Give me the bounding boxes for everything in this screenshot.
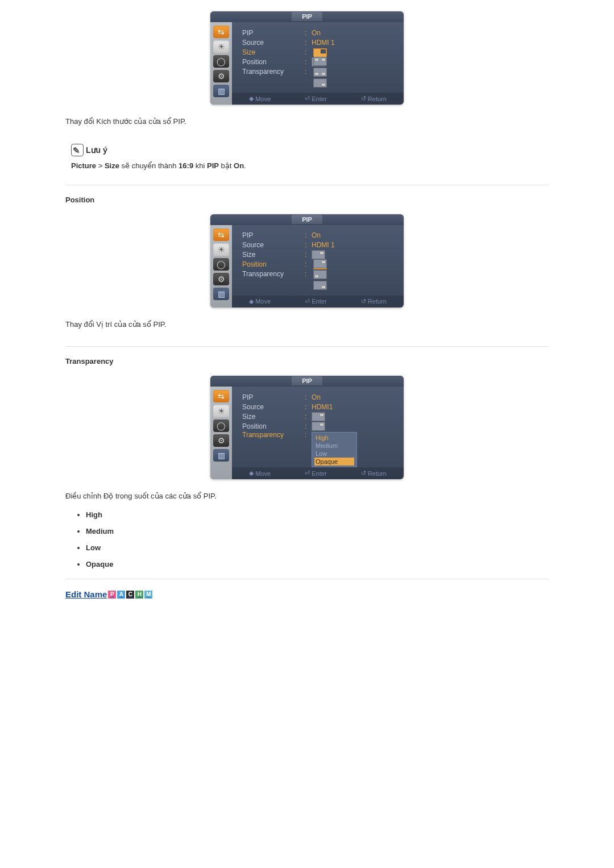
- sound-icon: ◯: [213, 420, 229, 432]
- setup-icon: ⚙: [213, 434, 229, 447]
- multi-icon: ▥: [213, 449, 229, 462]
- size-options: [313, 48, 327, 57]
- menu-transparency: Transparency: [242, 431, 305, 439]
- sound-icon: ◯: [213, 258, 229, 271]
- osd-sidebar: ⇆ ☀ ◯ ⚙ ▥: [210, 22, 232, 105]
- footer-move: Move: [255, 470, 271, 477]
- picture-icon: ☀: [213, 405, 229, 417]
- badge-c: C: [126, 591, 134, 599]
- opt-opaque: Opaque: [314, 458, 354, 466]
- enter-icon: ⏎: [305, 298, 310, 305]
- return-icon: ↺: [361, 95, 366, 102]
- transparency-options: High Medium Low Opaque: [312, 432, 357, 467]
- menu-pip: PIP: [242, 231, 305, 239]
- menu-transparency: Transparency: [242, 68, 305, 76]
- menu-pip: PIP: [242, 29, 305, 37]
- setup-icon: ⚙: [213, 70, 229, 82]
- move-icon: ◆: [249, 95, 254, 102]
- move-icon: ◆: [249, 298, 254, 305]
- transparency-heading: Transparency: [65, 357, 549, 366]
- badge-h: H: [135, 591, 143, 599]
- note-body: Picture > Size sẽ chuyển thành 16:9 khi …: [71, 160, 549, 172]
- osd-size-panel: PIP ⇆ ☀ ◯ ⚙ ▥ PIP:On Source:HDMI 1 Size:: [210, 11, 404, 105]
- input-icon: ⇆: [213, 229, 229, 241]
- menu-source: Source: [242, 403, 305, 411]
- note-title: Lưu ý: [86, 144, 107, 156]
- separator: [65, 346, 549, 347]
- multi-icon: ▥: [213, 288, 229, 300]
- return-icon: ↺: [361, 298, 366, 305]
- footer-move: Move: [255, 298, 271, 305]
- val-on: On: [312, 29, 321, 37]
- list-item: High: [86, 510, 549, 519]
- footer-return: Return: [368, 95, 387, 102]
- opt-high: High: [314, 434, 354, 442]
- input-icon: ⇆: [213, 390, 229, 402]
- note-icon: [71, 144, 84, 156]
- input-icon: ⇆: [213, 26, 229, 38]
- menu-position: Position: [242, 260, 305, 268]
- footer-move: Move: [255, 95, 271, 102]
- badge-m: M: [144, 591, 152, 599]
- sound-icon: ◯: [213, 55, 229, 68]
- list-item: Low: [86, 543, 549, 552]
- footer-enter: Enter: [312, 470, 326, 477]
- badge-a: A: [117, 591, 125, 599]
- footer-enter: Enter: [312, 298, 326, 305]
- return-icon: ↺: [361, 470, 366, 477]
- size-desc: Thay đổi Kích thước của cửa sổ PIP.: [65, 116, 549, 128]
- osd-title: PIP: [292, 12, 322, 21]
- position-desc: Thay đổi Vị trí của cửa sổ PIP.: [65, 319, 549, 331]
- opt-medium: Medium: [314, 442, 354, 450]
- edit-name-link[interactable]: Edit Name P A C H M: [65, 589, 152, 599]
- menu-position: Position: [242, 58, 305, 66]
- transparency-list: High Medium Low Opaque: [65, 510, 549, 568]
- footer-return: Return: [368, 298, 387, 305]
- multi-icon: ▥: [213, 85, 229, 97]
- val-hdmi: HDMI 1: [312, 39, 335, 47]
- edit-name-text: Edit Name: [65, 589, 107, 599]
- opt-low: Low: [314, 450, 354, 458]
- setup-icon: ⚙: [213, 273, 229, 285]
- footer-enter: Enter: [312, 95, 326, 102]
- enter-icon: ⏎: [305, 470, 310, 477]
- menu-size: Size: [242, 251, 305, 259]
- menu-transparency: Transparency: [242, 270, 305, 278]
- move-icon: ◆: [249, 470, 254, 477]
- picture-icon: ☀: [213, 40, 229, 53]
- enter-icon: ⏎: [305, 95, 310, 102]
- osd-position-panel: PIP ⇆ ☀ ◯ ⚙ ▥ PIP:On Source:HDMI 1 Size:…: [210, 214, 404, 308]
- badge-p: P: [108, 591, 116, 599]
- val-on: On: [312, 393, 321, 401]
- menu-pip: PIP: [242, 393, 305, 401]
- separator: [65, 185, 549, 185]
- menu-source: Source: [242, 241, 305, 249]
- list-item: Opaque: [86, 560, 549, 568]
- osd-footer: ◆Move ⏎Enter ↺Return: [232, 93, 404, 105]
- list-item: Medium: [86, 527, 549, 535]
- separator: [65, 579, 549, 579]
- osd-titlebar: PIP: [210, 11, 404, 22]
- position-heading: Position: [65, 196, 549, 204]
- val-hdmi: HDMI 1: [312, 241, 335, 249]
- val-hdmi: HDMI1: [312, 403, 333, 411]
- picture-icon: ☀: [213, 243, 229, 256]
- footer-return: Return: [368, 470, 387, 477]
- note-block: Lưu ý Picture > Size sẽ chuyển thành 16:…: [71, 144, 549, 172]
- transparency-desc: Điều chỉnh Độ trong suốt của các cửa sổ …: [65, 491, 549, 502]
- osd-transparency-panel: PIP ⇆ ☀ ◯ ⚙ ▥ PIP:On Source:HDMI1 Size: …: [210, 376, 404, 479]
- osd-title: PIP: [292, 376, 322, 385]
- menu-size: Size: [242, 48, 305, 56]
- val-on: On: [312, 231, 321, 239]
- menu-size: Size: [242, 413, 305, 421]
- osd-title: PIP: [292, 215, 322, 224]
- menu-position: Position: [242, 422, 305, 430]
- menu-source: Source: [242, 39, 305, 47]
